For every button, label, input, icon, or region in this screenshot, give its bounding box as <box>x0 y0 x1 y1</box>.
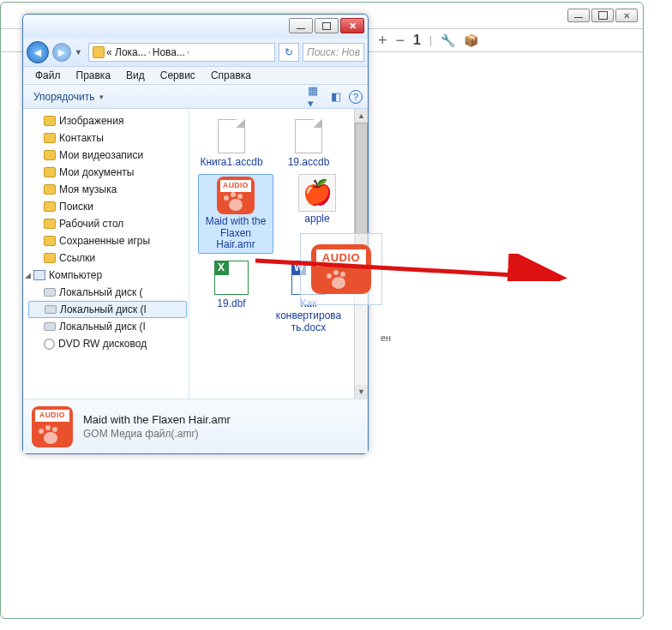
nav-back-button[interactable]: ◄ <box>27 41 49 63</box>
tree-item-label: Изображения <box>59 115 123 127</box>
details-pane: Maid with the Flaxen Hair.amr GOM Медиа … <box>23 399 368 453</box>
minimize-button[interactable] <box>289 18 313 33</box>
tree-item-label: Ссылки <box>59 252 95 264</box>
bg-close-button[interactable] <box>615 9 638 22</box>
tree-item[interactable]: Моя музыка <box>28 181 187 198</box>
dvd-icon <box>44 339 55 350</box>
tree-item[interactable]: Мои видеозаписи <box>28 147 187 164</box>
folder-icon <box>44 253 56 263</box>
menu-help[interactable]: Справка <box>204 68 258 83</box>
drive-icon <box>45 305 57 314</box>
drive-icon <box>44 322 56 331</box>
tree-item-label: Контакты <box>59 132 104 144</box>
tree-item-label: Сохраненные игры <box>59 235 150 247</box>
file-label: Maid with the Flaxen Hair.amr <box>201 216 271 251</box>
menu-file[interactable]: Файл <box>28 68 68 83</box>
file-item[interactable]: 19.dbf <box>198 259 265 333</box>
command-bar: Упорядочить ▦ ▾ ◧ ? <box>23 85 368 109</box>
file-item[interactable]: 19.accdb <box>275 117 342 169</box>
folder-icon <box>44 150 56 160</box>
details-filename: Maid with the Flaxen Hair.amr <box>83 413 231 426</box>
drop-hint-text: ен <box>381 333 391 343</box>
remove-button[interactable]: − <box>396 32 405 50</box>
scroll-up-button[interactable]: ▲ <box>355 109 368 123</box>
document-icon <box>218 119 245 153</box>
tree-item[interactable]: Локальный диск ( <box>28 284 187 301</box>
image-icon <box>298 174 336 212</box>
tree-item-label: Мои документы <box>59 166 134 178</box>
scroll-down-button[interactable]: ▼ <box>355 385 368 399</box>
tree-item[interactable]: Изображения <box>28 112 187 129</box>
document-icon <box>295 119 322 153</box>
tree-item-label: DVD RW дисковод <box>58 338 147 350</box>
breadcrumb-seg[interactable]: « Лока... <box>106 46 147 58</box>
bg-maximize-button[interactable] <box>591 9 614 22</box>
tree-item[interactable]: Мои документы <box>28 164 187 181</box>
file-label: 19.accdb <box>288 157 330 169</box>
tree-item-label: Локальный диск (I <box>59 321 146 333</box>
menu-service[interactable]: Сервис <box>153 68 202 83</box>
tree-item-label: Компьютер <box>49 269 102 281</box>
drive-icon <box>44 288 56 297</box>
folder-icon <box>44 184 56 195</box>
tree-item[interactable]: Ссылки <box>28 249 187 267</box>
menu-bar: Файл Правка Вид Сервис Справка <box>23 66 368 85</box>
tree-item[interactable]: Поиски <box>28 198 187 215</box>
details-icon <box>32 406 73 447</box>
help-icon[interactable]: ? <box>349 90 363 104</box>
drag-ghost <box>300 233 382 305</box>
excel-icon <box>214 261 249 295</box>
file-label: apple <box>304 213 329 225</box>
tree-item[interactable]: Локальный диск (I <box>28 301 187 318</box>
tree-item-label: Локальный диск (I <box>60 303 147 315</box>
organize-button[interactable]: Упорядочить <box>28 89 109 105</box>
nav-forward-button[interactable]: ► <box>52 43 71 62</box>
folder-icon <box>93 46 105 58</box>
preview-pane-button[interactable]: ◧ <box>328 89 344 105</box>
nav-tree[interactable]: ИзображенияКонтактыМои видеозаписиМои до… <box>23 109 189 399</box>
breadcrumb-sep: › <box>148 48 151 57</box>
folder-icon <box>44 167 56 177</box>
folder-icon <box>44 201 56 212</box>
folder-icon <box>44 236 56 246</box>
tree-item-label: Мои видеозаписи <box>59 149 143 161</box>
breadcrumb-sep: › <box>187 48 189 57</box>
file-label: 19.dbf <box>217 298 245 310</box>
explorer-titlebar[interactable] <box>23 15 368 39</box>
details-filetype: GOM Медиа файл(.amr) <box>83 428 231 440</box>
breadcrumb[interactable]: « Лока... › Нова... › <box>88 43 275 62</box>
nav-bar: ◄ ► ▼ « Лока... › Нова... › ↻ Поиск: Нов <box>23 39 368 66</box>
one-label: 1 <box>413 33 421 48</box>
file-label: Книга1.accdb <box>200 157 262 169</box>
add-button[interactable]: + <box>378 32 387 50</box>
tree-item-label: Поиски <box>59 201 93 213</box>
tree-item-label: Рабочий стол <box>59 218 123 230</box>
audio-icon <box>217 177 255 214</box>
views-button[interactable]: ▦ ▾ <box>308 89 323 105</box>
folder-icon <box>44 133 56 143</box>
tree-item-label: Моя музыка <box>59 183 117 195</box>
menu-view[interactable]: Вид <box>119 68 152 83</box>
close-button[interactable] <box>340 18 364 33</box>
file-item[interactable]: Книга1.accdb <box>198 117 265 169</box>
maximize-button[interactable] <box>315 18 339 33</box>
file-item[interactable]: Maid with the Flaxen Hair.amr <box>198 174 273 254</box>
computer-icon <box>33 270 45 280</box>
refresh-button[interactable]: ↻ <box>279 43 299 62</box>
folder-icon <box>44 219 56 229</box>
bg-minimize-button[interactable] <box>567 9 590 22</box>
tree-item[interactable]: Локальный диск (I <box>28 318 187 335</box>
tree-item[interactable]: Рабочий стол <box>28 215 187 232</box>
search-input[interactable]: Поиск: Нов <box>303 43 364 62</box>
audio-icon <box>311 244 371 294</box>
settings-icon[interactable]: 🔧 <box>441 33 455 47</box>
nav-history-dropdown[interactable]: ▼ <box>75 41 85 63</box>
box-icon[interactable]: 📦 <box>464 33 478 47</box>
tree-item[interactable]: Сохраненные игры <box>28 232 187 249</box>
tree-item[interactable]: Контакты <box>28 129 187 147</box>
menu-edit[interactable]: Правка <box>69 68 118 83</box>
folder-icon <box>44 116 56 126</box>
tree-item[interactable]: DVD RW дисковод <box>28 335 187 352</box>
tree-item[interactable]: Компьютер <box>28 267 187 284</box>
breadcrumb-seg[interactable]: Нова... <box>153 46 185 58</box>
